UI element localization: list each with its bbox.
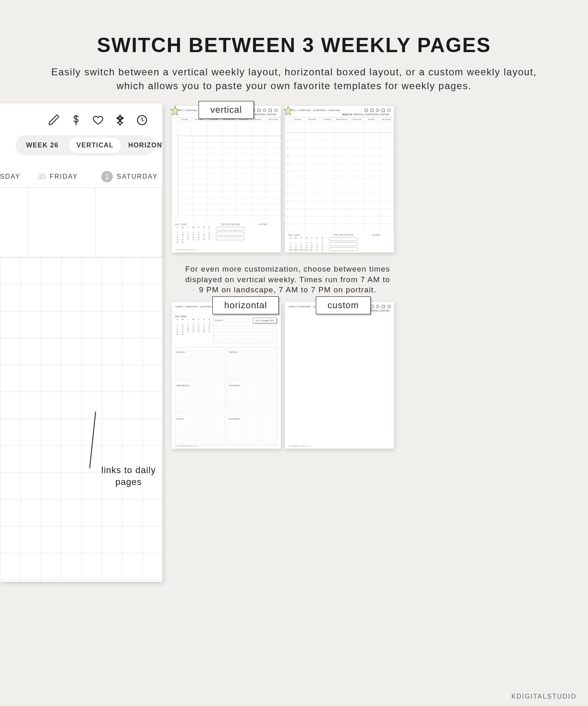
mini-day-label: THURSDAY xyxy=(227,384,241,388)
mini-tab-custom[interactable]: CUSTOM xyxy=(380,310,389,312)
star-badge-icon xyxy=(169,105,181,117)
mini-yearly[interactable]: YEARLY OVERVIEW xyxy=(175,305,197,308)
mini-tab-horizontal[interactable]: HORIZONTAL xyxy=(252,114,266,116)
star-icon[interactable] xyxy=(382,305,385,308)
mini-footer: © KDIGITALSTUDIO, LLC xyxy=(288,445,311,447)
pencil-icon[interactable] xyxy=(48,114,60,126)
mini-tab-custom[interactable]: CUSTOM xyxy=(267,114,276,116)
mini-cal-title: JULY 2023 xyxy=(175,223,212,226)
heart-icon[interactable] xyxy=(376,109,379,112)
star-badge-icon xyxy=(282,105,294,117)
mini-day[interactable]: WEDNESDAY xyxy=(335,118,350,121)
mini-yearly[interactable]: YEARLY OVERVIEW xyxy=(288,305,310,308)
heart-icon[interactable] xyxy=(376,305,379,308)
planner-days-row: SDAY 30 FRIDAY 1 SATURDAY xyxy=(0,169,163,184)
mini-header: YEARLY OVERVIEW QUARTERLY OVERVIEW xyxy=(285,106,394,113)
mini-day-box[interactable]: TUESDAY xyxy=(227,347,278,379)
mini-days-row: SUNDAY MONDAY TUESDAY WEDNESDAY THURSDAY… xyxy=(285,117,394,121)
clock-icon[interactable] xyxy=(387,109,391,112)
day-friday[interactable]: 30 FRIDAY xyxy=(28,173,96,181)
mini-tab-custom[interactable]: CUSTOM xyxy=(380,114,389,116)
right-edge-shadow xyxy=(160,103,163,582)
dollar-icon[interactable] xyxy=(257,109,260,112)
mini-top-band xyxy=(285,121,394,132)
promo-canvas: SWITCH BETWEEN 3 WEEKLY PAGES Easily swi… xyxy=(0,0,588,706)
annotation-label: links to daily pages xyxy=(100,465,157,488)
mini-time-grid: 7891011121234567 xyxy=(285,132,394,231)
priority-pill[interactable] xyxy=(216,232,245,235)
mini-day-box[interactable]: MONDAY xyxy=(175,347,225,379)
clock-icon[interactable] xyxy=(136,114,148,126)
mini-day-box[interactable]: FRIDAY xyxy=(175,414,225,445)
planner-preview-large: WEEK 26 VERTICAL HORIZONTAL CUSTOM SDAY … xyxy=(0,103,163,582)
mini-day-label: TUESDAY xyxy=(227,351,240,354)
day-number-1-active[interactable]: 1 xyxy=(101,171,113,182)
priority-pill[interactable] xyxy=(216,237,245,240)
goto-page-tooltip[interactable]: Go to page 200 xyxy=(253,318,277,323)
clock-icon[interactable] xyxy=(274,109,278,112)
mini-hour-grid xyxy=(177,136,281,221)
mini-day-box[interactable]: SATURDAY xyxy=(227,414,278,445)
heart-icon[interactable] xyxy=(92,114,104,126)
star-icon[interactable] xyxy=(269,109,272,112)
tag-vertical: vertical xyxy=(199,101,254,119)
mini-day[interactable]: SATURDAY xyxy=(266,118,281,121)
mini-day[interactable]: SUNDAY xyxy=(291,118,305,121)
dollar-icon[interactable] xyxy=(370,109,374,112)
star-icon[interactable] xyxy=(382,109,385,112)
thumb-custom: YEARLY OVERVIEW QUARTERLY OVERVIEW WEEK … xyxy=(285,302,394,449)
mini-quarterly[interactable]: QUARTERLY OVERVIEW xyxy=(313,109,340,112)
day-saturday[interactable]: 1 SATURDAY xyxy=(96,171,163,182)
mini-day-box[interactable]: WEDNESDAY xyxy=(175,380,225,412)
page-subtitle: Easily switch between a vertical weekly … xyxy=(37,65,551,92)
day-label-saturday: SATURDAY xyxy=(117,173,158,180)
mini-blank-body xyxy=(285,314,394,444)
day-number-30: 30 xyxy=(34,173,46,181)
star-icon[interactable] xyxy=(114,114,126,126)
mini-tp-title: TOP PRIORITIES xyxy=(214,223,247,226)
mini-footer: © KDIGITALSTUDIO, LLC xyxy=(288,249,311,251)
mini-day[interactable]: SATURDAY xyxy=(379,118,394,121)
footer-brand: KDIGITALSTUDIO xyxy=(511,693,577,700)
mini-day-box[interactable]: THURSDAY xyxy=(227,380,278,412)
tag-custom: custom xyxy=(316,296,371,314)
mini-calendar: JULY 2023 SMTWTFS12345678910111213141516… xyxy=(175,223,212,243)
mini-cal-title: JULY 2023 xyxy=(175,315,212,318)
dollar-icon[interactable] xyxy=(370,305,374,308)
mini-subheader: WEEK 26 VERTICAL HORIZONTAL CUSTOM xyxy=(285,113,394,117)
priority-pill[interactable] xyxy=(329,242,358,246)
heart-icon[interactable] xyxy=(263,109,266,112)
tab-horizontal[interactable]: HORIZONTAL xyxy=(121,138,163,153)
mini-day-label: SATURDAY xyxy=(227,417,241,421)
clock-icon[interactable] xyxy=(387,305,391,308)
mini-day-label: SUNDAY xyxy=(214,319,225,322)
dollar-icon[interactable] xyxy=(70,114,82,126)
mini-top-priorities: TOP PRIORITIES xyxy=(214,223,247,243)
mini-tab-vertical[interactable]: VERTICAL xyxy=(353,114,364,116)
mini-day[interactable]: MONDAY xyxy=(305,118,320,121)
mini-bottom: JULY 2023 SMTWTFS12345678910111213141516… xyxy=(172,221,281,247)
mini-notes: NOTES xyxy=(362,234,391,252)
mini-day[interactable]: THURSDAY xyxy=(350,118,364,121)
mini-dot-grid xyxy=(175,336,212,344)
mini-top-priorities: TOP PRIORITIES xyxy=(327,234,360,252)
mini-day[interactable]: SUNDAY xyxy=(177,118,192,121)
priority-pill[interactable] xyxy=(329,247,358,251)
mini-notes: NOTES xyxy=(249,223,278,243)
mini-tp-title: TOP PRIORITIES xyxy=(327,234,360,236)
pencil-icon[interactable] xyxy=(365,109,368,112)
priority-pill[interactable] xyxy=(329,237,358,241)
mini-tab-horizontal[interactable]: HORIZONTAL xyxy=(365,114,379,116)
page-title: SWITCH BETWEEN 3 WEEKLY PAGES xyxy=(0,33,588,57)
mini-cal-title: JULY 2023 xyxy=(288,234,325,236)
priority-pill[interactable] xyxy=(216,227,245,230)
tab-vertical[interactable]: VERTICAL xyxy=(69,138,121,153)
mini-week-chip[interactable]: WEEK 26 xyxy=(343,114,352,116)
day-fragment: SDAY xyxy=(0,173,28,180)
thumb-vertical-times: YEARLY OVERVIEW QUARTERLY OVERVIEW WEEK … xyxy=(285,106,394,252)
mini-hour-labels: 7891011121234567 xyxy=(285,133,291,231)
week-chip[interactable]: WEEK 26 xyxy=(19,138,66,153)
tag-horizontal: horizontal xyxy=(212,296,279,314)
mini-day[interactable]: TUESDAY xyxy=(320,118,335,121)
mini-day[interactable]: FRIDAY xyxy=(364,118,379,121)
